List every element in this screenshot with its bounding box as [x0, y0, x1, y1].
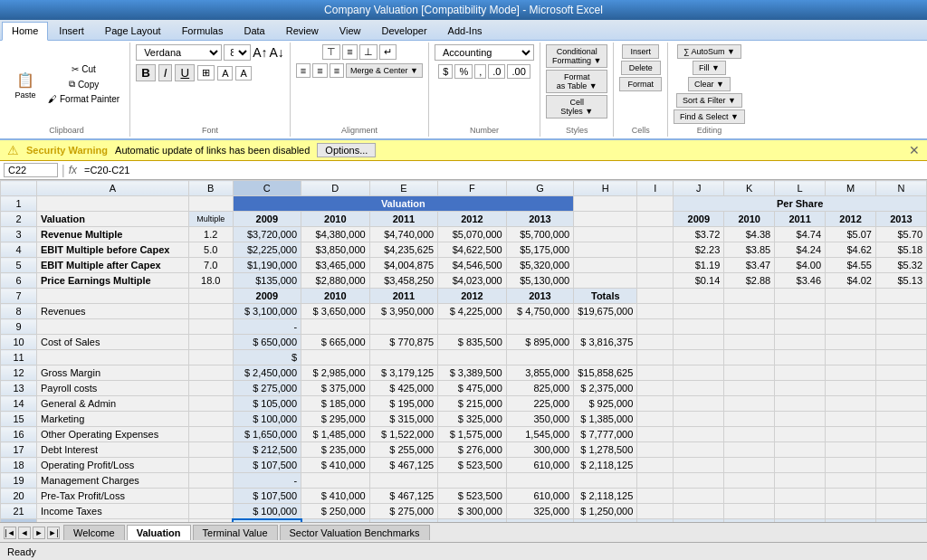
cell-L20[interactable]: [775, 489, 826, 504]
decrease-decimal-button[interactable]: .00: [507, 64, 530, 79]
cell-L15[interactable]: [775, 412, 826, 427]
cell-A1[interactable]: [37, 196, 189, 212]
cell-styles-button[interactable]: CellStyles ▼: [546, 95, 607, 119]
align-right-button[interactable]: ≡: [330, 63, 344, 78]
cell-M5[interactable]: $4.55: [826, 258, 876, 273]
cell-C15[interactable]: $ 100,000: [233, 412, 301, 427]
row-header-20[interactable]: 20: [1, 489, 37, 504]
cell-N8[interactable]: [875, 304, 926, 319]
cell-A17[interactable]: Debt Interest: [37, 442, 189, 458]
autosum-button[interactable]: ∑ AutoSum ▼: [677, 44, 741, 59]
cell-J8[interactable]: [674, 304, 724, 319]
cell-A10[interactable]: Cost of Sales: [37, 335, 189, 350]
cut-button[interactable]: ✂ Cut: [43, 62, 124, 76]
row-header-13[interactable]: 13: [1, 381, 37, 396]
cell-A11[interactable]: [37, 350, 189, 365]
row-header-11[interactable]: 11: [1, 350, 37, 365]
cell-G19[interactable]: [506, 473, 573, 489]
cell-C3[interactable]: $3,720,000: [233, 227, 301, 242]
cell-A12[interactable]: Gross Margin: [37, 365, 189, 381]
cell-E8[interactable]: $ 3,950,000: [369, 304, 438, 319]
sheet-nav-first[interactable]: |◄: [4, 527, 16, 539]
cell-I6[interactable]: [637, 273, 674, 289]
cell-L4[interactable]: $4.24: [775, 242, 826, 258]
cell-F15[interactable]: $ 325,000: [438, 412, 507, 427]
italic-button[interactable]: I: [158, 64, 173, 81]
cell-F14[interactable]: $ 215,000: [438, 396, 507, 412]
cell-H9[interactable]: [574, 319, 637, 335]
delete-button[interactable]: Delete: [621, 61, 661, 75]
cell-C20[interactable]: $ 107,500: [233, 489, 301, 504]
cell-M12[interactable]: [826, 365, 876, 381]
cell-E5[interactable]: $4,004,875: [369, 258, 438, 273]
col-header-H[interactable]: H: [574, 181, 637, 196]
cell-E19[interactable]: [369, 473, 438, 489]
cell-K17[interactable]: [724, 442, 775, 458]
row-header-21[interactable]: 21: [1, 504, 37, 519]
cell-L10[interactable]: [775, 335, 826, 350]
cell-E20[interactable]: $ 467,125: [369, 489, 438, 504]
wrap-text-button[interactable]: ↵: [379, 44, 397, 60]
cell-C19[interactable]: -: [233, 473, 301, 489]
cell-B8[interactable]: [188, 304, 233, 319]
cell-K6[interactable]: $2.88: [724, 273, 775, 289]
cell-M18[interactable]: [826, 458, 876, 473]
cell-H4[interactable]: [574, 242, 637, 258]
cell-C14[interactable]: $ 105,000: [233, 396, 301, 412]
cell-J17[interactable]: [674, 442, 724, 458]
cell-K13[interactable]: [724, 381, 775, 396]
bold-button[interactable]: B: [136, 64, 156, 81]
cell-F2[interactable]: 2012: [438, 212, 507, 227]
comma-button[interactable]: ,: [474, 64, 486, 79]
cell-N10[interactable]: [875, 335, 926, 350]
cell-B13[interactable]: [188, 381, 233, 396]
cell-G15[interactable]: 350,000: [506, 412, 573, 427]
cell-H7[interactable]: Totals: [574, 289, 637, 304]
cell-H18[interactable]: $ 2,118,125: [574, 458, 637, 473]
cell-J9[interactable]: [674, 319, 724, 335]
cell-E12[interactable]: $ 3,179,125: [369, 365, 438, 381]
row-header-15[interactable]: 15: [1, 412, 37, 427]
cell-F9[interactable]: [438, 319, 507, 335]
font-name-select[interactable]: Verdana: [136, 44, 222, 61]
col-header-G[interactable]: G: [506, 181, 573, 196]
tab-developer[interactable]: Developer: [371, 22, 436, 40]
cell-I4[interactable]: [637, 242, 674, 258]
cell-K10[interactable]: [724, 335, 775, 350]
col-header-K[interactable]: K: [724, 181, 775, 196]
cell-N11[interactable]: [875, 350, 926, 365]
percent-button[interactable]: %: [454, 64, 473, 79]
cell-F7[interactable]: 2012: [438, 289, 507, 304]
cell-M4[interactable]: $4.62: [826, 242, 876, 258]
cell-J12[interactable]: [674, 365, 724, 381]
cell-B11[interactable]: [188, 350, 233, 365]
cell-C9[interactable]: -: [233, 319, 301, 335]
cell-J16[interactable]: [674, 427, 724, 442]
cell-D3[interactable]: $4,380,000: [301, 227, 370, 242]
sheet-nav-next[interactable]: ►: [33, 527, 45, 539]
cell-A13[interactable]: Payroll costs: [37, 381, 189, 396]
cell-F21[interactable]: $ 300,000: [438, 504, 507, 519]
cell-N6[interactable]: $5.13: [875, 273, 926, 289]
spreadsheet-wrapper[interactable]: A B C D E F G H I J K L M N 1 V: [0, 180, 927, 560]
cell-A9[interactable]: [37, 319, 189, 335]
cell-B21[interactable]: [188, 504, 233, 519]
cell-F19[interactable]: [438, 473, 507, 489]
cell-A6[interactable]: Price Earnings Multiple: [37, 273, 189, 289]
cell-G11[interactable]: [506, 350, 573, 365]
cell-reference-input[interactable]: [4, 163, 58, 177]
cell-D17[interactable]: $ 235,000: [301, 442, 370, 458]
col-header-F[interactable]: F: [438, 181, 507, 196]
format-button[interactable]: Format: [619, 77, 662, 91]
cell-G13[interactable]: 825,000: [506, 381, 573, 396]
cell-N13[interactable]: [875, 381, 926, 396]
cell-J20[interactable]: [674, 489, 724, 504]
clear-button[interactable]: Clear ▼: [688, 77, 731, 91]
cell-H8[interactable]: $19,675,000: [574, 304, 637, 319]
cell-D6[interactable]: $2,880,000: [301, 273, 370, 289]
sheet-nav-last[interactable]: ►|: [47, 527, 60, 539]
cell-B4[interactable]: 5.0: [188, 242, 233, 258]
row-header-18[interactable]: 18: [1, 458, 37, 473]
cell-G7[interactable]: 2013: [506, 289, 573, 304]
sheet-tab-terminal-value[interactable]: Terminal Value: [193, 525, 278, 540]
